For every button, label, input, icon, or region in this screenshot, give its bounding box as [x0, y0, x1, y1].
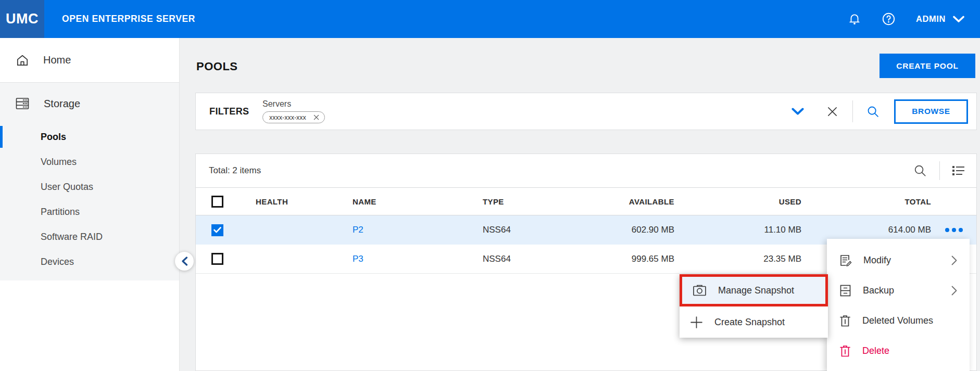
notifications-bell-icon[interactable]	[847, 12, 862, 27]
camera-icon	[693, 284, 707, 297]
chevron-right-icon	[951, 286, 957, 296]
browse-button[interactable]: BROWSE	[894, 99, 968, 124]
server-filter-chip[interactable]: xxxx-xxx-xxx	[262, 111, 325, 123]
umc-logo[interactable]: UMC	[0, 0, 44, 38]
table-toolbar-divider	[939, 161, 940, 180]
select-all-checkbox[interactable]	[211, 196, 223, 208]
sidebar: Home Storage Pools Volumes User Quotas P…	[0, 38, 180, 371]
pool-used-cell: 11.10 MB	[674, 225, 801, 235]
admin-user-label: ADMIN	[916, 14, 946, 24]
app-window: UMC OPEN ENTERPRISE SERVER ADMIN	[0, 0, 980, 371]
pool-used-cell: 23.35 MB	[674, 254, 801, 264]
total-items-text: Total: 2 items	[209, 165, 261, 176]
filters-expand-chevron-down-icon[interactable]	[791, 108, 804, 116]
column-settings-list-icon[interactable]	[951, 164, 966, 177]
sidebar-user-quotas-label: User Quotas	[41, 182, 93, 193]
manage-snapshot-label: Manage Snapshot	[718, 285, 794, 296]
table-toolbar: Total: 2 items	[196, 154, 976, 187]
sidebar-item-partitions[interactable]: Partitions	[0, 199, 179, 224]
menu-item-modify[interactable]: Modify	[827, 245, 970, 275]
filters-bar: FILTERS Servers xxxx-xxx-xxx	[195, 93, 977, 130]
pool-available-cell: 999.65 MB	[615, 254, 674, 264]
filters-actions: BROWSE	[791, 99, 976, 124]
sidebar-item-volumes[interactable]: Volumes	[0, 149, 179, 174]
chevron-down-icon	[953, 16, 964, 23]
sidebar-item-software-raid[interactable]: Software RAID	[0, 224, 179, 249]
filters-label: FILTERS	[196, 106, 262, 117]
row-actions-ellipsis-button[interactable]	[931, 225, 976, 235]
sidebar-devices-label: Devices	[41, 257, 74, 267]
pool-available-cell: 602.90 MB	[615, 225, 674, 235]
snapshot-submenu: Manage Snapshot Create Snapshot	[680, 274, 828, 338]
filters-divider	[852, 100, 853, 122]
column-header-used[interactable]: USED	[674, 197, 801, 206]
filters-clear-close-icon[interactable]	[827, 106, 838, 117]
chevron-left-icon	[181, 257, 188, 266]
row-checkbox[interactable]	[211, 224, 223, 236]
product-title: OPEN ENTERPRISE SERVER	[62, 14, 195, 24]
backup-icon	[839, 284, 851, 297]
sidebar-pools-label: Pools	[41, 132, 66, 143]
sidebar-storage-section: Storage Pools Volumes User Quotas Partit…	[0, 83, 179, 280]
sidebar-collapse-button[interactable]	[175, 252, 194, 271]
create-snapshot-label: Create Snapshot	[714, 317, 785, 328]
pool-name-link[interactable]: P3	[353, 254, 363, 264]
backup-label: Backup	[863, 285, 894, 296]
sidebar-volumes-label: Volumes	[41, 157, 77, 168]
sidebar-item-storage[interactable]: Storage	[0, 83, 179, 124]
filters-search-icon[interactable]	[866, 105, 880, 118]
column-header-health[interactable]: HEALTH	[243, 197, 340, 206]
menu-item-deleted-volumes[interactable]: Deleted Volumes	[827, 305, 970, 336]
sidebar-item-pools[interactable]: Pools	[0, 124, 179, 149]
table-search-icon[interactable]	[913, 164, 927, 177]
modify-icon	[839, 254, 852, 267]
trash-icon	[839, 314, 851, 327]
modify-label: Modify	[863, 255, 891, 266]
top-bar: UMC OPEN ENTERPRISE SERVER ADMIN	[0, 0, 980, 38]
menu-item-create-snapshot[interactable]: Create Snapshot	[680, 306, 828, 338]
home-icon	[16, 54, 29, 67]
menu-item-backup[interactable]: Backup	[827, 275, 970, 305]
plus-icon	[690, 316, 703, 329]
trash-icon	[839, 344, 851, 357]
help-icon[interactable]	[882, 12, 896, 27]
row-checkbox[interactable]	[211, 253, 223, 265]
column-header-total[interactable]: TOTAL	[801, 197, 931, 206]
table-header-row: HEALTH NAME TYPE AVAILABLE USED TOTAL	[196, 187, 976, 215]
row-context-menu: Modify Backup	[827, 239, 970, 371]
sidebar-item-user-quotas[interactable]: User Quotas	[0, 174, 179, 199]
chevron-right-icon	[951, 255, 957, 265]
menu-item-manage-snapshot[interactable]: Manage Snapshot	[680, 274, 828, 306]
sidebar-item-devices[interactable]: Devices	[0, 249, 179, 274]
table-toolbar-actions	[913, 161, 966, 180]
deleted-volumes-label: Deleted Volumes	[862, 315, 933, 326]
sidebar-partitions-label: Partitions	[41, 207, 80, 218]
topbar-actions: ADMIN	[847, 12, 980, 27]
delete-label: Delete	[862, 346, 889, 356]
pool-total-cell: 614.00 MB	[801, 225, 931, 235]
servers-filter-group: Servers xxxx-xxx-xxx	[262, 99, 325, 123]
column-header-available[interactable]: AVAILABLE	[615, 197, 674, 206]
pool-type-cell: NSS64	[470, 225, 615, 235]
menu-item-delete[interactable]: Delete	[827, 336, 970, 366]
servers-filter-label: Servers	[262, 99, 325, 109]
pool-type-cell: NSS64	[470, 254, 615, 264]
chip-remove-icon[interactable]	[313, 114, 319, 120]
storage-icon	[15, 97, 30, 110]
admin-user-menu[interactable]: ADMIN	[916, 14, 964, 24]
sidebar-item-home[interactable]: Home	[0, 38, 179, 83]
column-header-type[interactable]: TYPE	[470, 197, 615, 206]
pool-name-link[interactable]: P2	[353, 225, 363, 235]
server-filter-chip-value: xxxx-xxx-xxx	[269, 114, 306, 121]
column-header-name[interactable]: NAME	[340, 197, 470, 206]
sidebar-storage-label: Storage	[44, 98, 80, 110]
sidebar-software-raid-label: Software RAID	[41, 232, 103, 242]
sidebar-home-label: Home	[43, 54, 71, 66]
page-title: POOLS	[196, 60, 238, 73]
create-pool-button[interactable]: CREATE POOL	[880, 54, 975, 78]
